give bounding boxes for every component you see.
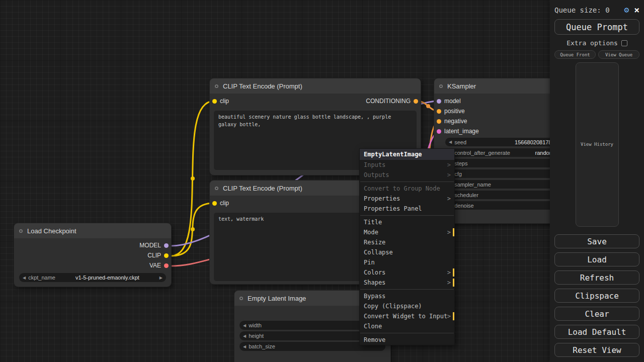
save-button[interactable]: Save (554, 234, 639, 248)
view-queue-button[interactable]: View Queue (598, 50, 639, 59)
close-icon[interactable]: × (634, 6, 639, 15)
widget-value: 156680208178974 (469, 139, 561, 145)
output-slot-conditioning[interactable]: CONDITIONING (366, 98, 418, 105)
menu-separator (360, 215, 454, 216)
input-slot-clip[interactable]: clip (212, 200, 229, 207)
load-default-button[interactable]: Load Default (554, 325, 639, 339)
latent-slot-icon[interactable] (437, 129, 441, 134)
extra-options-label: Extra options (567, 39, 618, 47)
menu-item-remove[interactable]: Remove (360, 335, 454, 345)
conditioning-slot-icon[interactable] (437, 109, 441, 114)
menu-item-properties-panel[interactable]: Properties Panel (360, 204, 454, 214)
context-menu-title: EmptyLatentImage (360, 149, 454, 160)
menu-item-shapes[interactable]: Shapes (360, 278, 454, 288)
model-slot-icon[interactable] (164, 243, 169, 248)
extra-options-checkbox[interactable] (621, 40, 627, 46)
increment-icon[interactable] (159, 276, 163, 280)
widget-value: v1-5-pruned-emaonly.ckpt (58, 275, 157, 281)
output-slot-clip[interactable]: CLIP (147, 252, 169, 259)
input-slot-negative[interactable]: negative (437, 118, 467, 125)
node-title: CLIP Text Encode (Prompt) (223, 185, 302, 192)
menu-item-pin[interactable]: Pin (360, 257, 454, 267)
load-button[interactable]: Load (554, 252, 639, 266)
slot-label: latent_image (444, 128, 479, 135)
node-status-icon (239, 297, 243, 300)
output-slot-model[interactable]: MODEL (139, 242, 169, 249)
clear-button[interactable]: Clear (554, 307, 639, 321)
menu-separator (360, 182, 454, 182)
slot-label: MODEL (139, 242, 161, 249)
node-load-checkpoint[interactable]: Load Checkpoint MODEL CLIP VAE ckpt_name… (14, 223, 171, 287)
refresh-button[interactable]: Refresh (554, 270, 639, 285)
menu-item-collapse[interactable]: Collapse (360, 247, 454, 257)
widget-label: seed (454, 139, 466, 145)
queue-prompt-button[interactable]: Queue Prompt (554, 19, 639, 35)
menu-item-mode[interactable]: Mode (360, 227, 454, 237)
menu-item-properties[interactable]: Properties (360, 194, 454, 204)
menu-item-title[interactable]: Title (360, 217, 454, 227)
menu-item-colors[interactable]: Colors (360, 267, 454, 278)
slot-label: clip (220, 200, 229, 207)
node-title: CLIP Text Encode (Prompt) (223, 82, 302, 90)
node-title: Empty Latent Image (248, 295, 306, 302)
menu-item-convert-widget-to-input[interactable]: Convert Widget to Input (360, 311, 454, 321)
reset-view-button[interactable]: Reset View (554, 343, 639, 357)
conditioning-slot-icon[interactable] (414, 99, 418, 104)
node-status-icon (215, 187, 218, 190)
node-status-icon (19, 229, 23, 233)
node-status-icon (215, 84, 218, 88)
menu-item-convert-to-group-node: Convert to Group Node (360, 184, 454, 194)
input-slot-clip[interactable]: clip (212, 98, 229, 105)
widget-label: height (249, 333, 264, 339)
widget-label: width (249, 322, 262, 328)
node-status-icon (439, 84, 443, 88)
menu-separator (360, 333, 454, 333)
menu-item-resize[interactable]: Resize (360, 237, 454, 247)
decrement-icon[interactable] (243, 323, 246, 328)
widget-label: ckpt_name (28, 275, 55, 281)
clip-slot-icon[interactable] (212, 99, 217, 104)
slot-label: VAE (149, 262, 161, 269)
widget-label: cfg (454, 171, 462, 177)
menu-item-copy-clipspace[interactable]: Copy (Clipspace) (360, 301, 454, 311)
widget-label: steps (454, 160, 467, 166)
slot-label: positive (444, 108, 465, 115)
vae-slot-icon[interactable] (164, 263, 169, 268)
view-history-button[interactable]: View History (576, 62, 619, 227)
menu-separator (360, 289, 454, 290)
decrement-icon[interactable] (23, 276, 26, 280)
menu-item-bypass[interactable]: Bypass (360, 291, 454, 301)
decrement-icon[interactable] (449, 140, 452, 144)
slot-label: negative (444, 118, 467, 125)
decrement-icon[interactable] (243, 344, 246, 349)
widget-label: sampler_name (454, 182, 491, 188)
slot-label: CLIP (147, 252, 161, 259)
node-header[interactable]: Load Checkpoint (14, 223, 171, 238)
slot-label: clip (220, 98, 229, 105)
settings-gear-icon[interactable]: ⚙ (624, 5, 629, 15)
conditioning-slot-icon[interactable] (437, 119, 441, 124)
widget-label: denoise (454, 203, 474, 209)
input-slot-latent-image[interactable]: latent_image (437, 128, 479, 135)
widget-label: control_after_generate (454, 150, 510, 156)
node-graph-canvas[interactable]: Load Checkpoint MODEL CLIP VAE ckpt_name… (0, 0, 644, 362)
clip-slot-icon[interactable] (164, 253, 169, 258)
decrement-icon[interactable] (243, 334, 246, 338)
ckpt-name-widget[interactable]: ckpt_name v1-5-pruned-emaonly.ckpt (19, 273, 166, 282)
menu-item-clone[interactable]: Clone (360, 321, 454, 331)
queue-front-button[interactable]: Queue Front (554, 50, 596, 59)
model-slot-icon[interactable] (437, 99, 441, 104)
slot-label: model (444, 98, 461, 105)
input-slot-positive[interactable]: positive (437, 108, 465, 115)
node-header[interactable]: CLIP Text Encode (Prompt) (210, 78, 421, 94)
menu-item-outputs: Outputs (360, 170, 454, 180)
input-slot-model[interactable]: model (437, 98, 461, 105)
node-title: KSampler (447, 82, 476, 90)
output-slot-vae[interactable]: VAE (149, 262, 169, 269)
widget-label: batch_size (249, 343, 275, 349)
widget-label: scheduler (454, 192, 478, 198)
menu-item-inputs: Inputs (360, 160, 454, 170)
clip-slot-icon[interactable] (212, 201, 217, 206)
slot-label: CONDITIONING (366, 98, 411, 105)
clipspace-button[interactable]: Clipspace (554, 289, 639, 303)
